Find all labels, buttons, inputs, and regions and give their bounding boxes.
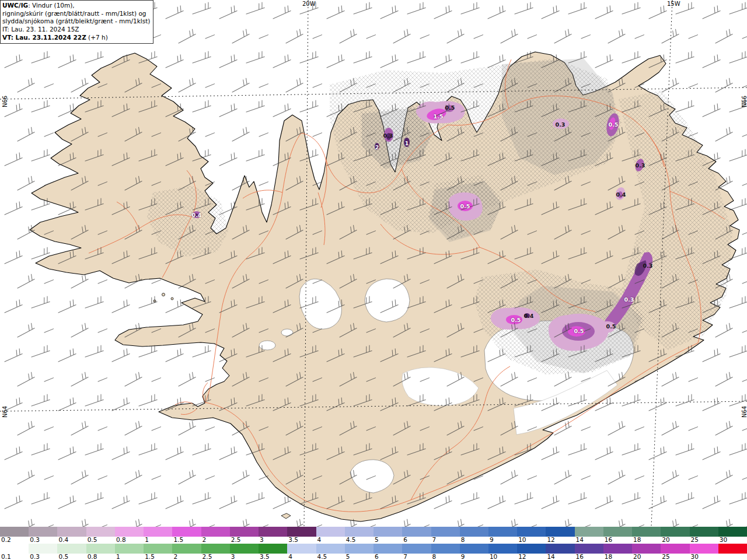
- legend-value: 0.8: [116, 536, 126, 543]
- info-line-title: UWC/IG: Vindur (10m),: [2, 2, 150, 10]
- legend-value: 9: [461, 553, 465, 560]
- legend-color-cell: [603, 527, 632, 537]
- legend-value: 4: [317, 536, 322, 543]
- legend-value: 1: [116, 553, 120, 560]
- legend-color-cell: [316, 527, 345, 537]
- legend-values-rain: 0.10.30.50.811.522.533.544.5567891012141…: [0, 554, 747, 560]
- legend-color-cell: [0, 527, 29, 537]
- legend-color-cell: [575, 544, 603, 554]
- legend-value: 25: [662, 553, 669, 560]
- legend-value: 14: [547, 553, 554, 560]
- valid-time-offset: (+7 h): [86, 34, 108, 41]
- legend-color-cell: [144, 527, 172, 537]
- legend-value: 7: [432, 536, 436, 543]
- info-line-rain: rigning/skúrir (grænt/blátt/rautt - mm/1…: [2, 10, 150, 18]
- legend-color-cell: [287, 544, 316, 554]
- model-name: UWC/IG: [2, 2, 28, 9]
- legend-color-cell: [201, 544, 230, 554]
- legend-color-cell: [172, 527, 201, 537]
- legend-value: 3.5: [288, 536, 298, 543]
- legend-color-cell: [374, 544, 402, 554]
- legend-values-sleet-snow: 0.20.30.40.50.811.522.533.544.5567891012…: [0, 537, 747, 544]
- legend-value: 3.5: [260, 553, 270, 560]
- wind-barb-field: [0, 0, 747, 527]
- legend-color-cell: [345, 527, 374, 537]
- forecast-info-box: UWC/IG: Vindur (10m), rigning/skúrir (gr…: [0, 0, 153, 44]
- legend-value: 4: [288, 553, 292, 560]
- legend-color-cell: [661, 544, 689, 554]
- legend-value: 18: [605, 553, 612, 560]
- legend-color-cell: [603, 544, 632, 554]
- legend-value: 0.1: [1, 553, 11, 560]
- legend-value: 30: [691, 553, 699, 560]
- legend-value: 6: [375, 553, 379, 560]
- legend-color-cell: [374, 527, 402, 537]
- legend-color-cell: [632, 527, 661, 537]
- legend-color-cell: [690, 544, 718, 554]
- legend-value: 7: [403, 553, 407, 560]
- legend-color-cell: [517, 544, 546, 554]
- info-line-snow: slydda/snjókoma (grátt/bleikt/grænt - mm…: [2, 18, 150, 26]
- legend-color-cell: [144, 544, 172, 554]
- legend-value: 25: [691, 536, 699, 543]
- legend-value: 0.3: [30, 536, 40, 543]
- legend-value: 5: [375, 536, 379, 543]
- legend-color-cell: [230, 544, 259, 554]
- legend-value: 16: [576, 553, 584, 560]
- legend-color-cell: [115, 527, 144, 537]
- legend-value: 10: [490, 553, 497, 560]
- weather-forecast-map: 20W15WN66N66N64N64 0.51.50.3120.30.50.30…: [0, 0, 747, 560]
- legend-color-cell: [718, 527, 747, 537]
- legend-color-cell: [345, 544, 374, 554]
- legend-color-cell: [431, 544, 460, 554]
- legend-value: 12: [518, 553, 526, 560]
- legend-color-cell: [172, 544, 201, 554]
- legend-value: 2: [173, 553, 177, 560]
- valid-time-bold: VT: Lau. 23.11.2024 22Z: [2, 34, 86, 41]
- map-canvas: 20W15WN66N66N64N64 0.51.50.3120.30.50.30…: [0, 0, 747, 527]
- legend-color-cell: [431, 527, 460, 537]
- legend-value: 30: [720, 536, 727, 543]
- legend-value: 0.5: [58, 553, 68, 560]
- legend-value: 20: [633, 553, 641, 560]
- legend-color-cell: [402, 527, 431, 537]
- legend-value: 2.5: [203, 553, 212, 560]
- legend-color-cell: [316, 544, 345, 554]
- legend-color-cell: [287, 527, 316, 537]
- valid-time: VT: Lau. 23.11.2024 22Z (+7 h): [2, 34, 150, 42]
- iceland-map-svg: [0, 0, 747, 527]
- legend-color-cell: [546, 544, 574, 554]
- legend-value: 1: [145, 536, 149, 543]
- legend-color-cell: [259, 527, 287, 537]
- precipitation-legend: 0.20.30.40.50.811.522.533.544.5567891012…: [0, 527, 747, 560]
- legend-value: 0.2: [1, 536, 11, 543]
- legend-color-cell: [575, 527, 603, 537]
- legend-color-cell: [201, 527, 230, 537]
- legend-value: 0.8: [88, 553, 97, 560]
- legend-color-cell: [488, 527, 517, 537]
- legend-value: 3: [260, 536, 264, 543]
- legend-value: 4.5: [346, 536, 356, 543]
- legend-value: 0.4: [58, 536, 68, 543]
- legend-color-cell: [402, 544, 431, 554]
- legend-color-cell: [460, 527, 488, 537]
- legend-color-cell: [718, 544, 747, 554]
- legend-color-cell: [546, 527, 574, 537]
- legend-color-cell: [86, 544, 115, 554]
- legend-value: 18: [633, 536, 641, 543]
- init-time: IT: Lau. 23. 11. 2024 15Z: [2, 26, 150, 34]
- legend-value: 3: [231, 553, 235, 560]
- legend-value: 4.5: [317, 553, 327, 560]
- legend-color-cell: [259, 544, 287, 554]
- legend-value: 0.5: [88, 536, 97, 543]
- legend-value: 0.3: [30, 553, 40, 560]
- legend-value: 14: [576, 536, 584, 543]
- legend-value: 5: [346, 553, 350, 560]
- legend-color-cell: [57, 527, 86, 537]
- legend-color-cell: [115, 544, 144, 554]
- legend-band-rain: [0, 544, 747, 554]
- legend-value: 16: [605, 536, 612, 543]
- legend-color-cell: [57, 544, 86, 554]
- legend-value: 12: [547, 536, 554, 543]
- legend-value: 9: [490, 536, 494, 543]
